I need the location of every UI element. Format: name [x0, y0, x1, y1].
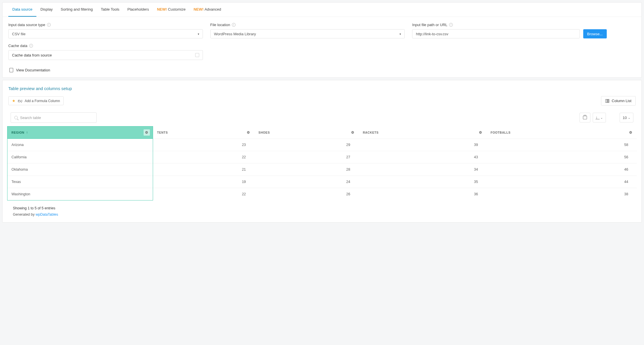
column-header-tents[interactable]: TENTS⚙ — [153, 126, 255, 139]
star-icon: ★ — [12, 99, 15, 103]
new-badge: NEW! — [193, 7, 204, 11]
sort-asc-icon: ↑ — [26, 130, 28, 135]
cell-tents: 19 — [153, 176, 255, 188]
label-file-location: File location i — [210, 23, 405, 27]
cell-tents: 22 — [153, 188, 255, 200]
generated-link[interactable]: wpDataTables — [36, 213, 58, 217]
cell-footballs: 58 — [487, 139, 637, 151]
tab-advanced[interactable]: NEW! Advanced — [189, 3, 225, 17]
info-icon[interactable]: i — [29, 44, 33, 48]
column-label: TENTS — [157, 131, 168, 134]
table-row: California22274356 — [7, 151, 637, 163]
browse-button[interactable]: Browse... — [583, 29, 607, 38]
column-header-footballs[interactable]: FOOTBALLS⚙ — [487, 126, 637, 139]
info-icon[interactable]: i — [47, 23, 51, 27]
tab-label: Sorting and filtering — [61, 7, 93, 11]
data-table: REGION↑⚙TENTS⚙SHOES⚙RACKETS⚙FOOTBALLS⚙ A… — [7, 126, 637, 200]
gear-icon: ⚙ — [479, 130, 482, 135]
info-icon[interactable]: i — [449, 23, 453, 27]
cell-region: Washington — [7, 188, 153, 200]
download-icon — [596, 116, 599, 119]
column-list-button[interactable]: Column List — [601, 96, 636, 106]
column-label: FOOTBALLS — [491, 131, 511, 134]
cell-region: California — [7, 151, 153, 163]
cell-tents: 22 — [153, 151, 255, 163]
tab-display[interactable]: Display — [36, 3, 57, 17]
cell-rackets: 35 — [359, 176, 487, 188]
info-icon[interactable]: i — [232, 23, 236, 27]
tab-label: Placeholders — [128, 7, 149, 11]
gear-icon: ⚙ — [247, 130, 250, 135]
tab-label: Advanced — [205, 7, 221, 11]
showing-entries-text: Showing 1 to 5 of 5 entries — [13, 206, 631, 210]
export-button[interactable]: ⌄ — [593, 113, 606, 122]
tab-placeholders[interactable]: Placeholders — [124, 3, 153, 17]
cell-footballs: 56 — [487, 151, 637, 163]
column-label: REGION — [11, 131, 24, 134]
gear-icon: ⚙ — [145, 130, 148, 135]
cell-tents: 23 — [153, 139, 255, 151]
column-header-rackets[interactable]: RACKETS⚙ — [359, 126, 487, 139]
search-input[interactable]: Search table — [11, 112, 97, 123]
table-controls: Search table ⌄ 10 ⌄ — [3, 106, 641, 126]
field-file-path: Input file path or URL i http://link-to-… — [412, 23, 607, 38]
cell-shoes: 29 — [255, 139, 359, 151]
select-value: CSV file — [12, 32, 26, 36]
select-file-location[interactable]: WordPress Media Library ▾ — [210, 29, 405, 38]
tabs-bar: Data sourceDisplaySorting and filteringT… — [3, 3, 641, 17]
cell-region: Texas — [7, 176, 153, 188]
column-header-shoes[interactable]: SHOES⚙ — [255, 126, 359, 139]
form-area: Input data source type i CSV file ▾ File… — [3, 17, 641, 63]
fx-icon: f(x) — [18, 99, 22, 103]
input-value: http://link-to-csv.csv — [416, 32, 448, 36]
column-settings-button[interactable]: ⚙ — [350, 129, 356, 136]
cache-option-row: Cache data from source — [8, 50, 203, 60]
chevron-down-icon: ▾ — [400, 32, 401, 36]
view-documentation-link[interactable]: View Documentation — [3, 63, 641, 77]
table-row: Oklahoma21283446 — [7, 163, 637, 176]
cell-footballs: 38 — [487, 188, 637, 200]
column-list-text: Column List — [612, 99, 631, 103]
column-settings-button[interactable]: ⚙ — [245, 129, 252, 136]
preview-toolbar: ★ f(x) Add a Formula Column Column List — [3, 91, 641, 106]
tab-sorting-and-filtering[interactable]: Sorting and filtering — [57, 3, 97, 17]
input-file-path[interactable]: http://link-to-csv.csv — [412, 29, 580, 38]
table-row: Arizona23293958 — [7, 139, 637, 151]
preview-title: Table preview and columns setup — [3, 80, 641, 91]
column-label: SHOES — [259, 131, 270, 134]
cell-rackets: 39 — [359, 139, 487, 151]
preview-panel: Table preview and columns setup ★ f(x) A… — [2, 80, 642, 223]
search-placeholder: Search table — [20, 116, 41, 120]
print-button[interactable] — [580, 113, 590, 122]
chevron-down-icon: ⌄ — [628, 116, 630, 119]
cell-rackets: 34 — [359, 163, 487, 176]
cell-tents: 21 — [153, 163, 255, 176]
chevron-down-icon: ▾ — [198, 32, 199, 36]
document-icon — [9, 68, 13, 72]
gear-icon: ⚙ — [351, 130, 355, 135]
page-size-select[interactable]: 10 ⌄ — [620, 113, 633, 122]
select-source-type[interactable]: CSV file ▾ — [8, 29, 203, 38]
field-source-type: Input data source type i CSV file ▾ — [8, 23, 203, 38]
tab-customize[interactable]: NEW! Customize — [153, 3, 190, 17]
tab-table-tools[interactable]: Table Tools — [97, 3, 124, 17]
cell-shoes: 27 — [255, 151, 359, 163]
tab-label: Customize — [168, 7, 185, 11]
new-badge: NEW! — [157, 7, 168, 11]
column-settings-button[interactable]: ⚙ — [144, 129, 150, 136]
table-row: Texas19243544 — [7, 176, 637, 188]
field-file-location: File location i WordPress Media Library … — [210, 23, 405, 38]
label-text: File location — [210, 23, 230, 27]
column-settings-button[interactable]: ⚙ — [628, 129, 634, 136]
cell-region: Oklahoma — [7, 163, 153, 176]
column-header-region[interactable]: REGION↑⚙ — [7, 126, 153, 139]
settings-panel: Data sourceDisplaySorting and filteringT… — [2, 2, 642, 78]
cell-footballs: 44 — [487, 176, 637, 188]
add-formula-button[interactable]: ★ f(x) Add a Formula Column — [8, 96, 64, 105]
cell-rackets: 36 — [359, 188, 487, 200]
column-settings-button[interactable]: ⚙ — [477, 129, 484, 136]
cache-checkbox[interactable] — [195, 53, 199, 57]
gear-icon: ⚙ — [629, 130, 633, 135]
tab-data-source[interactable]: Data source — [8, 3, 36, 17]
select-value: WordPress Media Library — [214, 32, 256, 36]
